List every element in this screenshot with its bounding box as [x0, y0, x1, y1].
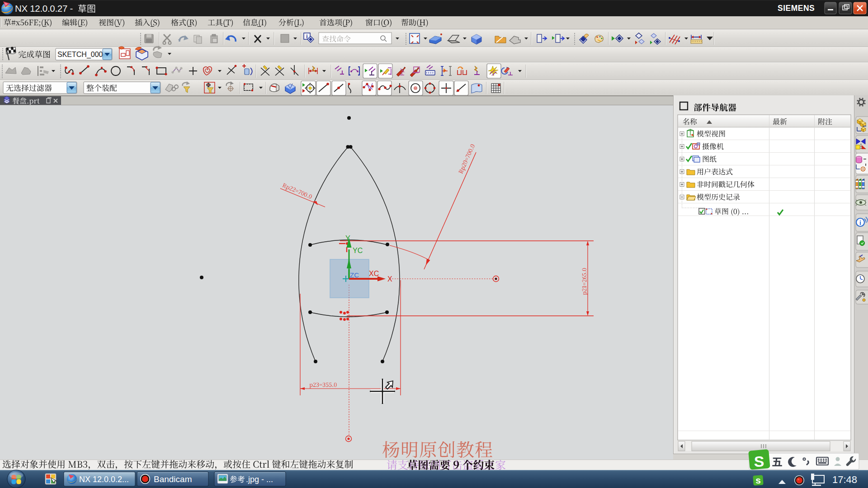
- svg-text:SKETCH_000: SKETCH_000: [57, 51, 103, 59]
- svg-text:SIEMENS: SIEMENS: [778, 4, 815, 13]
- svg-text:i: i: [859, 219, 861, 226]
- svg-text:YC: YC: [353, 247, 363, 254]
- svg-text:S: S: [754, 453, 764, 470]
- svg-text:NX 12.0.0.2...: NX 12.0.0.2...: [79, 475, 129, 484]
- svg-text:X: X: [387, 275, 392, 283]
- svg-text:s: s: [755, 475, 761, 485]
- svg-text:.jpg - ...: .jpg - ...: [246, 475, 273, 484]
- svg-text:ZC: ZC: [350, 271, 359, 279]
- svg-text:Bandicam: Bandicam: [154, 474, 192, 484]
- svg-text:17:48: 17:48: [832, 474, 857, 485]
- svg-text:Y: Y: [345, 235, 350, 242]
- svg-text:XC: XC: [369, 270, 379, 277]
- svg-text:NX 12.0.0.27 -: NX 12.0.0.27 -: [15, 3, 73, 14]
